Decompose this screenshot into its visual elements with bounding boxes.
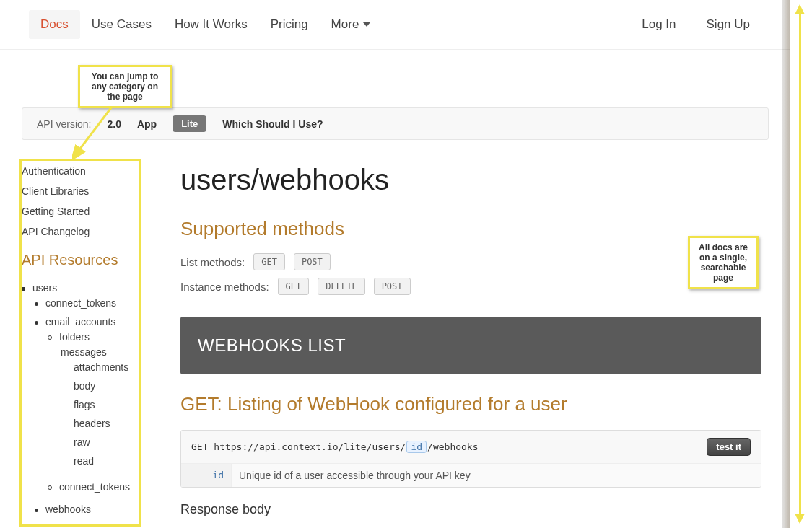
tree-raw[interactable]: raw — [74, 433, 159, 452]
endpoint-prefix: GET https://api.context.io/lite/users/ — [191, 441, 406, 452]
edge-shadow — [782, 0, 790, 528]
sidebar-link-changelog[interactable]: API Changelog — [22, 221, 159, 242]
vertical-arrow-icon — [798, 4, 802, 524]
nav-more[interactable]: More — [320, 10, 383, 39]
version-lite[interactable]: Lite — [173, 115, 206, 132]
nav-use-cases[interactable]: Use Cases — [80, 10, 163, 39]
version-bar: API version: 2.0 App Lite Which Should I… — [22, 107, 769, 140]
list-methods-label: List methods: — [180, 256, 245, 268]
tree-body[interactable]: body — [74, 377, 159, 395]
response-body-heading: Response body — [180, 502, 761, 517]
nav-docs[interactable]: Docs — [29, 10, 80, 39]
sidebar-link-client[interactable]: Client Libraries — [22, 181, 159, 201]
sidebar: Authentication Client Libraries Getting … — [22, 158, 159, 528]
top-nav: Docs Use Cases How It Works Pricing More… — [0, 0, 790, 50]
sidebar-heading: API Resources — [22, 252, 159, 268]
webhooks-list-banner: WEBHOOKS LIST — [180, 317, 761, 374]
nav-how-it-works[interactable]: How It Works — [163, 10, 259, 39]
tree-connect-tokens[interactable]: connect_tokens — [35, 294, 159, 312]
version-which[interactable]: Which Should I Use? — [222, 118, 323, 130]
inst-post-button[interactable]: POST — [374, 278, 411, 295]
tree-connect-tokens-2[interactable]: connect_tokens — [48, 478, 159, 496]
endpoint-suffix: /webhooks — [427, 441, 478, 452]
tree-email-accounts[interactable]: email_accounts folders messages attachme… — [35, 312, 159, 500]
sidebar-link-auth[interactable]: Authentication — [22, 161, 159, 181]
version-number[interactable]: 2.0 — [107, 118, 121, 130]
page-title: users/webhooks — [180, 164, 761, 196]
annotation-single-page: All docs are on a single, searchable pag… — [688, 236, 759, 289]
param-id-name: id — [181, 464, 232, 487]
list-post-button[interactable]: POST — [294, 253, 331, 270]
tree-webhooks[interactable]: webhooks — [35, 500, 159, 519]
tree-folders[interactable]: folders messages attachments body flags … — [48, 327, 159, 478]
sidebar-link-getting[interactable]: Getting Started — [22, 201, 159, 221]
nav-login[interactable]: Log In — [630, 10, 687, 39]
nav-signup[interactable]: Sign Up — [695, 10, 761, 39]
test-it-button[interactable]: test it — [707, 438, 751, 456]
annotation-jump: You can jump to any category on the page — [78, 65, 172, 108]
tree-messages[interactable]: messages attachments body flags headers … — [61, 343, 159, 474]
endpoint-box: GET https://api.context.io/lite/users/ i… — [180, 430, 761, 488]
inst-get-button[interactable]: GET — [278, 278, 310, 295]
nav-pricing[interactable]: Pricing — [259, 10, 320, 39]
param-id-desc: Unique id of a user accessible through y… — [232, 464, 478, 487]
tree-flags[interactable]: flags — [74, 395, 159, 414]
supported-methods-heading: Supported methods — [180, 218, 761, 240]
content: users/webhooks Supported methods List me… — [180, 158, 769, 528]
instance-methods-label: Instance methods: — [180, 281, 269, 293]
tree-read[interactable]: read — [74, 452, 159, 470]
endpoint-param-id[interactable]: id — [406, 441, 427, 453]
chevron-down-icon — [363, 22, 370, 27]
get-heading: GET: Listing of WebHook configured for a… — [180, 393, 761, 415]
nav-more-label: More — [331, 17, 359, 32]
version-label: API version: — [37, 118, 91, 130]
tree-attachments[interactable]: attachments — [74, 358, 159, 377]
list-get-button[interactable]: GET — [253, 253, 285, 270]
tree-users[interactable]: users connect_tokens email_accounts fold… — [22, 278, 159, 522]
version-app[interactable]: App — [137, 118, 157, 130]
inst-delete-button[interactable]: DELETE — [318, 278, 364, 295]
tree-headers[interactable]: headers — [74, 414, 159, 433]
